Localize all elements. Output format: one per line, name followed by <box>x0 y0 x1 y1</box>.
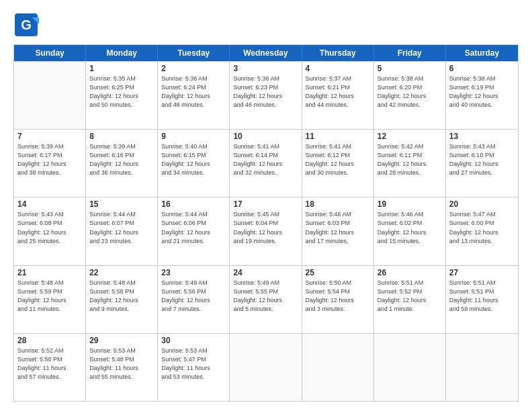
calendar-cell: 19Sunrise: 5:46 AM Sunset: 6:02 PM Dayli… <box>374 197 446 265</box>
calendar-cell: 23Sunrise: 5:49 AM Sunset: 5:56 PM Dayli… <box>158 266 230 333</box>
day-info: Sunrise: 5:49 AM Sunset: 5:56 PM Dayligh… <box>161 279 226 314</box>
day-info: Sunrise: 5:48 AM Sunset: 5:59 PM Dayligh… <box>17 279 82 314</box>
calendar-cell: 21Sunrise: 5:48 AM Sunset: 5:59 PM Dayli… <box>14 266 86 333</box>
calendar-cell: 2Sunrise: 5:36 AM Sunset: 6:24 PM Daylig… <box>158 62 230 129</box>
day-number: 14 <box>17 199 82 209</box>
day-info: Sunrise: 5:39 AM Sunset: 6:16 PM Dayligh… <box>89 142 154 177</box>
calendar-row-3: 21Sunrise: 5:48 AM Sunset: 5:59 PM Dayli… <box>14 265 518 333</box>
calendar-cell: 15Sunrise: 5:44 AM Sunset: 6:07 PM Dayli… <box>86 197 158 265</box>
weekday-header-wednesday: Wednesday <box>230 45 302 61</box>
calendar-cell <box>14 62 86 129</box>
day-info: Sunrise: 5:48 AM Sunset: 5:58 PM Dayligh… <box>89 279 154 314</box>
calendar-cell: 3Sunrise: 5:36 AM Sunset: 6:23 PM Daylig… <box>230 62 302 129</box>
calendar-cell: 20Sunrise: 5:47 AM Sunset: 6:00 PM Dayli… <box>446 197 518 265</box>
day-info: Sunrise: 5:49 AM Sunset: 5:55 PM Dayligh… <box>233 279 298 314</box>
day-number: 5 <box>378 64 442 73</box>
day-number: 18 <box>306 199 370 209</box>
calendar-row-0: 1Sunrise: 5:35 AM Sunset: 6:25 PM Daylig… <box>14 61 518 129</box>
day-info: Sunrise: 5:47 AM Sunset: 6:00 PM Dayligh… <box>449 210 515 245</box>
calendar-cell: 27Sunrise: 5:51 AM Sunset: 5:51 PM Dayli… <box>446 266 518 333</box>
calendar-cell: 28Sunrise: 5:52 AM Sunset: 5:50 PM Dayli… <box>14 334 86 401</box>
calendar-cell: 25Sunrise: 5:50 AM Sunset: 5:54 PM Dayli… <box>302 266 374 333</box>
weekday-header-saturday: Saturday <box>446 45 518 61</box>
day-info: Sunrise: 5:43 AM Sunset: 6:10 PM Dayligh… <box>449 142 515 177</box>
day-number: 13 <box>449 132 515 141</box>
calendar-cell: 18Sunrise: 5:46 AM Sunset: 6:03 PM Dayli… <box>302 197 374 265</box>
weekday-header-monday: Monday <box>86 45 158 61</box>
day-info: Sunrise: 5:35 AM Sunset: 6:25 PM Dayligh… <box>89 75 154 109</box>
day-number: 4 <box>306 64 370 73</box>
day-number: 27 <box>449 268 515 277</box>
day-number: 8 <box>89 132 154 141</box>
day-number: 26 <box>378 268 442 277</box>
day-number: 29 <box>89 336 154 345</box>
weekday-header-thursday: Thursday <box>302 45 374 61</box>
day-number: 9 <box>161 132 226 141</box>
weekday-header-sunday: Sunday <box>14 45 86 61</box>
day-info: Sunrise: 5:44 AM Sunset: 6:06 PM Dayligh… <box>161 210 226 245</box>
day-info: Sunrise: 5:46 AM Sunset: 6:03 PM Dayligh… <box>306 210 370 245</box>
day-info: Sunrise: 5:53 AM Sunset: 5:47 PM Dayligh… <box>161 347 226 381</box>
calendar-row-2: 14Sunrise: 5:43 AM Sunset: 6:08 PM Dayli… <box>14 197 518 265</box>
day-info: Sunrise: 5:46 AM Sunset: 6:02 PM Dayligh… <box>378 210 442 245</box>
day-info: Sunrise: 5:45 AM Sunset: 6:04 PM Dayligh… <box>233 210 298 245</box>
day-number: 2 <box>161 64 226 73</box>
calendar-cell <box>374 334 446 401</box>
day-info: Sunrise: 5:51 AM Sunset: 5:52 PM Dayligh… <box>378 279 442 314</box>
day-number: 16 <box>161 199 226 209</box>
day-info: Sunrise: 5:41 AM Sunset: 6:14 PM Dayligh… <box>233 142 298 177</box>
day-number: 6 <box>449 64 515 73</box>
day-info: Sunrise: 5:36 AM Sunset: 6:23 PM Dayligh… <box>233 75 298 109</box>
day-number: 19 <box>378 199 442 209</box>
day-info: Sunrise: 5:52 AM Sunset: 5:50 PM Dayligh… <box>17 347 82 381</box>
day-number: 17 <box>233 199 298 209</box>
calendar-cell: 11Sunrise: 5:41 AM Sunset: 6:12 PM Dayli… <box>302 130 374 197</box>
day-info: Sunrise: 5:38 AM Sunset: 6:19 PM Dayligh… <box>449 75 515 109</box>
calendar-cell: 16Sunrise: 5:44 AM Sunset: 6:06 PM Dayli… <box>158 197 230 265</box>
calendar-cell: 29Sunrise: 5:53 AM Sunset: 5:48 PM Dayli… <box>86 334 158 401</box>
day-info: Sunrise: 5:44 AM Sunset: 6:07 PM Dayligh… <box>89 210 154 245</box>
calendar-cell: 14Sunrise: 5:43 AM Sunset: 6:08 PM Dayli… <box>14 197 86 265</box>
day-info: Sunrise: 5:39 AM Sunset: 6:17 PM Dayligh… <box>17 142 82 177</box>
calendar-cell: 1Sunrise: 5:35 AM Sunset: 6:25 PM Daylig… <box>86 62 158 129</box>
calendar-cell: 12Sunrise: 5:42 AM Sunset: 6:11 PM Dayli… <box>374 130 446 197</box>
calendar-row-4: 28Sunrise: 5:52 AM Sunset: 5:50 PM Dayli… <box>14 333 518 401</box>
calendar-cell: 24Sunrise: 5:49 AM Sunset: 5:55 PM Dayli… <box>230 266 302 333</box>
day-number: 20 <box>449 199 515 209</box>
calendar: SundayMondayTuesdayWednesdayThursdayFrid… <box>13 44 519 402</box>
day-number: 3 <box>233 64 298 73</box>
day-number: 21 <box>17 268 82 277</box>
logo: G <box>13 12 42 38</box>
calendar-cell: 30Sunrise: 5:53 AM Sunset: 5:47 PM Dayli… <box>158 334 230 401</box>
day-number: 10 <box>233 132 298 141</box>
day-number: 23 <box>161 268 226 277</box>
calendar-cell <box>446 334 518 401</box>
day-number: 11 <box>306 132 370 141</box>
calendar-cell <box>230 334 302 401</box>
day-number: 25 <box>306 268 370 277</box>
day-number: 30 <box>161 336 226 345</box>
weekday-header-tuesday: Tuesday <box>158 45 230 61</box>
day-info: Sunrise: 5:38 AM Sunset: 6:20 PM Dayligh… <box>378 75 442 109</box>
day-info: Sunrise: 5:50 AM Sunset: 5:54 PM Dayligh… <box>306 279 370 314</box>
calendar-cell: 26Sunrise: 5:51 AM Sunset: 5:52 PM Dayli… <box>374 266 446 333</box>
day-number: 24 <box>233 268 298 277</box>
day-number: 12 <box>378 132 442 141</box>
day-number: 28 <box>17 336 82 345</box>
header: G <box>13 12 519 38</box>
calendar-header: SundayMondayTuesdayWednesdayThursdayFrid… <box>14 45 518 61</box>
page: G SundayMondayTuesdayWednesdayThursdayFr… <box>0 0 532 411</box>
calendar-cell: 5Sunrise: 5:38 AM Sunset: 6:20 PM Daylig… <box>374 62 446 129</box>
day-info: Sunrise: 5:40 AM Sunset: 6:15 PM Dayligh… <box>161 142 226 177</box>
day-number: 22 <box>89 268 154 277</box>
calendar-cell: 6Sunrise: 5:38 AM Sunset: 6:19 PM Daylig… <box>446 62 518 129</box>
logo-icon: G <box>13 12 39 38</box>
calendar-cell: 9Sunrise: 5:40 AM Sunset: 6:15 PM Daylig… <box>158 130 230 197</box>
calendar-cell: 8Sunrise: 5:39 AM Sunset: 6:16 PM Daylig… <box>86 130 158 197</box>
day-info: Sunrise: 5:51 AM Sunset: 5:51 PM Dayligh… <box>449 279 515 314</box>
day-info: Sunrise: 5:43 AM Sunset: 6:08 PM Dayligh… <box>17 210 82 245</box>
calendar-cell: 22Sunrise: 5:48 AM Sunset: 5:58 PM Dayli… <box>86 266 158 333</box>
calendar-cell: 4Sunrise: 5:37 AM Sunset: 6:21 PM Daylig… <box>302 62 374 129</box>
weekday-header-friday: Friday <box>374 45 446 61</box>
calendar-cell <box>302 334 374 401</box>
